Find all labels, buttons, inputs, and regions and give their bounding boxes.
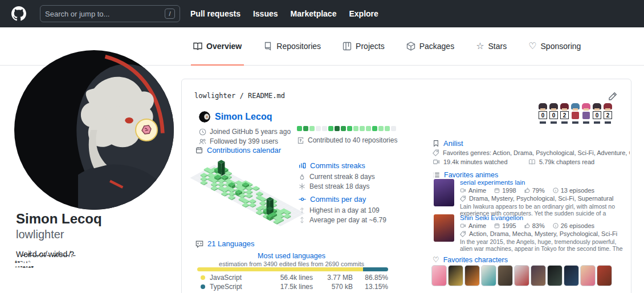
language-row-typescript: TypeScript 17.5k lines 570 kB 13.15%	[197, 283, 388, 291]
github-logo-icon[interactable]	[11, 6, 26, 21]
tag-icon	[460, 196, 466, 202]
top-header: Search or jump to... / Pull requests Iss…	[0, 0, 644, 27]
list-icon	[433, 172, 440, 178]
chapters-read-row: 5.79k chapters read	[528, 158, 594, 165]
isometric-contribution-chart	[190, 157, 307, 226]
package-icon	[406, 42, 415, 51]
calendar-icon	[195, 146, 203, 154]
clock-icon	[199, 128, 206, 136]
repo-icon	[263, 42, 272, 51]
nav-explore[interactable]: Explore	[349, 9, 378, 18]
minutes-watched-row: 19.4k minutes watched	[433, 158, 508, 165]
anime-entry-evangelion: Shin Seiki Evangelion Anime 1995 83% 26 …	[434, 214, 630, 252]
favorites-animes-header[interactable]: Favorites animes	[433, 171, 498, 179]
language-bar-segment	[363, 267, 388, 271]
pixel-character-sprite: 0	[538, 103, 548, 124]
tag-icon	[460, 231, 466, 237]
search-shortcut-key: /	[165, 9, 175, 19]
contributed-row: Contributed to 40 repositories	[297, 136, 397, 144]
comment-code-icon	[195, 240, 203, 248]
pixel-creature-icon	[140, 124, 153, 136]
anime-title-link[interactable]: serial experiments lain	[460, 179, 630, 186]
profile-username: lowlighter	[16, 228, 64, 241]
open-book-icon	[528, 158, 536, 165]
character-thumbnail[interactable]	[498, 265, 513, 286]
mini-avatar	[199, 111, 210, 123]
anime-title-link[interactable]: Shin Seiki Evangelion	[460, 214, 630, 221]
character-thumbnail[interactable]	[580, 265, 596, 286]
language-bar-segment	[197, 267, 363, 271]
language-row-javascript: JavaScript 56.4k lines 3.77 MB 86.85%	[197, 274, 388, 282]
character-thumbnail[interactable]	[564, 265, 579, 286]
javascript-dot	[201, 275, 205, 280]
pencil-icon	[608, 92, 617, 101]
profile-readme-card: lowlighter / README.md Simon Lecoq Joine…	[181, 79, 631, 293]
asterisk-icon	[299, 183, 305, 190]
tag-icon	[433, 149, 439, 156]
character-thumbnail[interactable]	[448, 265, 463, 286]
calendar-icon	[494, 223, 500, 229]
pixel-sprites: 00202	[538, 103, 613, 124]
search-placeholder: Search or jump to...	[45, 10, 165, 18]
anime-entry-lain: serial experiments lain Anime 1998 79% 1…	[434, 179, 630, 217]
info-icon	[553, 223, 559, 229]
commits-streaks-header[interactable]: Commits streaks	[299, 161, 430, 170]
commit-icon	[299, 196, 306, 203]
tab-packages[interactable]: Packages	[404, 27, 456, 66]
followers-row: Followed by 399 users	[199, 137, 278, 145]
profile-name: Simon Lecoq	[16, 211, 102, 227]
pixel-character-sprite	[581, 103, 591, 124]
info-icon	[553, 188, 559, 193]
character-thumbnail[interactable]	[547, 265, 563, 286]
nav-marketplace[interactable]: Marketplace	[291, 9, 337, 18]
nav-issues[interactable]: Issues	[253, 9, 278, 18]
character-thumbnail[interactable]	[514, 265, 529, 286]
video-icon	[460, 188, 466, 193]
typescript-dot	[201, 284, 205, 289]
character-thumbnail[interactable]	[431, 265, 447, 286]
character-thumbnail[interactable]	[464, 265, 480, 286]
tab-repositories[interactable]: Repositories	[261, 27, 323, 66]
favorite-characters-row	[431, 265, 612, 286]
edit-readme-button[interactable]	[608, 92, 617, 101]
heart-icon: ♡	[433, 255, 439, 264]
current-streak: Current streak 8 days	[299, 172, 430, 181]
project-icon	[343, 42, 352, 51]
calendar-icon	[494, 188, 500, 193]
tab-sponsoring[interactable]: ♡ Sponsoring	[526, 27, 583, 66]
pixel-character-sprite	[570, 103, 580, 124]
languages-header[interactable]: 21 Languages	[195, 239, 254, 248]
character-thumbnail[interactable]	[531, 265, 546, 286]
character-thumbnail[interactable]	[597, 265, 612, 286]
readme-path: lowlighter / README.md	[194, 92, 285, 100]
pixel-character-sprite: 0	[549, 103, 559, 124]
favorites-characters-header[interactable]: ♡ Favorites characters	[433, 255, 508, 264]
commits-per-day-header[interactable]: Commits per day	[299, 195, 430, 204]
achievement-badge[interactable]	[135, 119, 158, 141]
book-icon	[193, 42, 202, 51]
best-streak: Best streak 18 days	[299, 182, 430, 191]
profile-bio: W̴e̷i̸r̶d̴ ̷o̶r̸ ̵w̶i̷r̸e̶d̴ ̸?̵ ͍͔̓͒̾͊ …	[16, 250, 170, 269]
anilist-header[interactable]: Anilist	[433, 139, 463, 148]
languages-bar	[197, 267, 388, 271]
contributions-calendar-link[interactable]: Contributions calendar	[195, 146, 281, 154]
repo-push-icon	[297, 137, 304, 144]
character-thumbnail[interactable]	[481, 265, 496, 286]
average-per-day: Average per day at ~6.79	[299, 215, 430, 225]
pixel-character-sprite: 0	[592, 103, 602, 124]
arrow-up-icon	[299, 207, 305, 214]
nav-pull-requests[interactable]: Pull requests	[190, 9, 241, 18]
anime-cover-lain[interactable]	[434, 179, 454, 206]
readme-user-link[interactable]: Simon Lecoq	[215, 112, 272, 122]
search-input[interactable]: Search or jump to... /	[40, 5, 180, 22]
top-nav: Pull requests Issues Marketplace Explore	[190, 9, 378, 18]
bars-icon	[299, 162, 306, 169]
people-icon	[199, 138, 206, 145]
languages-estimation: estimation from 3490 edited files from 2…	[193, 261, 390, 267]
thumbs-up-icon	[524, 223, 530, 229]
anime-cover-evangelion[interactable]	[434, 214, 454, 242]
tab-overview[interactable]: Overview	[191, 27, 244, 66]
most-used-languages-link[interactable]: Most used languages	[193, 252, 390, 260]
tab-projects[interactable]: Projects	[340, 27, 387, 66]
tab-stars[interactable]: ☆ Stars	[474, 27, 509, 66]
